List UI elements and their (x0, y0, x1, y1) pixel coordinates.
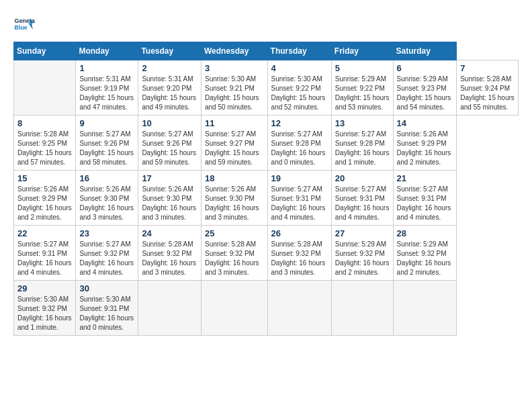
sunset-label: Sunset: 9:21 PM (205, 85, 255, 92)
sunset-label: Sunset: 9:31 PM (17, 250, 67, 257)
day-cell-3: 3 Sunrise: 5:30 AM Sunset: 9:21 PM Dayli… (201, 60, 267, 116)
day-number: 18 (205, 173, 264, 183)
calendar-header-monday: Monday (76, 42, 138, 60)
day-number: 21 (397, 173, 453, 183)
day-cell-2: 2 Sunrise: 5:31 AM Sunset: 9:20 PM Dayli… (138, 60, 202, 116)
day-info: Sunrise: 5:29 AM Sunset: 9:22 PM Dayligh… (335, 75, 390, 112)
daylight-label: Daylight: 16 hours and 4 minutes. (335, 204, 390, 221)
day-cell-24: 24 Sunrise: 5:28 AM Sunset: 9:32 PM Dayl… (138, 226, 202, 281)
sunrise-label: Sunrise: 5:30 AM (17, 295, 69, 303)
day-cell-13: 13 Sunrise: 5:27 AM Sunset: 9:28 PM Dayl… (331, 116, 393, 171)
day-info: Sunrise: 5:27 AM Sunset: 9:31 PM Dayligh… (17, 240, 72, 277)
day-cell-28: 28 Sunrise: 5:29 AM Sunset: 9:32 PM Dayl… (393, 226, 457, 281)
day-info: Sunrise: 5:26 AM Sunset: 9:30 PM Dayligh… (79, 185, 134, 222)
daylight-label: Daylight: 15 hours and 49 minutes. (142, 94, 196, 111)
empty-cell (201, 281, 267, 336)
sunset-label: Sunset: 9:32 PM (79, 250, 129, 257)
sunset-label: Sunset: 9:22 PM (335, 85, 385, 92)
day-cell-9: 9 Sunrise: 5:27 AM Sunset: 9:26 PM Dayli… (76, 116, 138, 171)
daylight-label: Daylight: 16 hours and 4 minutes. (17, 259, 72, 276)
sunrise-label: Sunrise: 5:31 AM (142, 75, 193, 83)
day-number: 6 (397, 63, 453, 73)
sunrise-label: Sunrise: 5:27 AM (205, 130, 256, 138)
day-info: Sunrise: 5:27 AM Sunset: 9:32 PM Dayligh… (79, 240, 134, 277)
calendar-table: SundayMondayTuesdayWednesdayThursdayFrid… (13, 42, 519, 336)
sunrise-label: Sunrise: 5:27 AM (79, 240, 130, 248)
day-info: Sunrise: 5:28 AM Sunset: 9:25 PM Dayligh… (17, 130, 72, 167)
sunrise-label: Sunrise: 5:26 AM (205, 185, 256, 193)
sunset-label: Sunset: 9:31 PM (335, 195, 385, 202)
daylight-label: Daylight: 16 hours and 3 minutes. (79, 204, 134, 221)
sunrise-label: Sunrise: 5:28 AM (142, 240, 193, 248)
sunrise-label: Sunrise: 5:27 AM (335, 185, 386, 193)
calendar-header-tuesday: Tuesday (138, 42, 202, 60)
sunrise-label: Sunrise: 5:26 AM (142, 185, 193, 193)
day-info: Sunrise: 5:26 AM Sunset: 9:29 PM Dayligh… (17, 185, 72, 222)
day-info: Sunrise: 5:27 AM Sunset: 9:31 PM Dayligh… (335, 185, 390, 222)
day-cell-21: 21 Sunrise: 5:27 AM Sunset: 9:31 PM Dayl… (393, 171, 457, 226)
day-number: 30 (79, 283, 134, 293)
day-info: Sunrise: 5:29 AM Sunset: 9:32 PM Dayligh… (397, 240, 453, 277)
day-number: 20 (335, 173, 390, 183)
day-number: 11 (205, 118, 264, 128)
sunrise-label: Sunrise: 5:28 AM (205, 240, 256, 248)
daylight-label: Daylight: 16 hours and 2 minutes. (335, 259, 390, 276)
calendar-week-2: 8 Sunrise: 5:28 AM Sunset: 9:25 PM Dayli… (14, 116, 519, 171)
daylight-label: Daylight: 16 hours and 0 minutes. (271, 149, 326, 166)
day-cell-1: 1 Sunrise: 5:31 AM Sunset: 9:19 PM Dayli… (76, 60, 138, 116)
day-number: 19 (271, 173, 328, 183)
logo-icon: General Blue (13, 13, 35, 35)
day-cell-5: 5 Sunrise: 5:29 AM Sunset: 9:22 PM Dayli… (331, 60, 393, 116)
day-info: Sunrise: 5:31 AM Sunset: 9:19 PM Dayligh… (79, 75, 134, 112)
calendar-week-3: 15 Sunrise: 5:26 AM Sunset: 9:29 PM Dayl… (14, 171, 519, 226)
sunset-label: Sunset: 9:32 PM (205, 250, 255, 257)
sunset-label: Sunset: 9:23 PM (397, 85, 447, 92)
sunrise-label: Sunrise: 5:26 AM (397, 130, 448, 138)
sunset-label: Sunset: 9:22 PM (271, 85, 321, 92)
day-cell-7: 7 Sunrise: 5:28 AM Sunset: 9:24 PM Dayli… (457, 60, 519, 116)
daylight-label: Daylight: 16 hours and 2 minutes. (17, 204, 72, 221)
day-cell-11: 11 Sunrise: 5:27 AM Sunset: 9:27 PM Dayl… (201, 116, 267, 171)
sunset-label: Sunset: 9:30 PM (205, 195, 255, 202)
day-info: Sunrise: 5:27 AM Sunset: 9:31 PM Dayligh… (271, 185, 328, 222)
sunrise-label: Sunrise: 5:26 AM (17, 185, 69, 193)
day-cell-4: 4 Sunrise: 5:30 AM Sunset: 9:22 PM Dayli… (267, 60, 331, 116)
day-number: 9 (79, 118, 134, 128)
daylight-label: Daylight: 16 hours and 0 minutes. (79, 314, 134, 331)
day-info: Sunrise: 5:26 AM Sunset: 9:30 PM Dayligh… (205, 185, 264, 222)
daylight-label: Daylight: 16 hours and 4 minutes. (397, 204, 451, 221)
day-cell-19: 19 Sunrise: 5:27 AM Sunset: 9:31 PM Dayl… (267, 171, 331, 226)
day-info: Sunrise: 5:27 AM Sunset: 9:28 PM Dayligh… (335, 130, 390, 167)
sunrise-label: Sunrise: 5:30 AM (271, 75, 322, 83)
sunset-label: Sunset: 9:20 PM (142, 85, 191, 92)
sunset-label: Sunset: 9:19 PM (79, 85, 129, 92)
sunrise-label: Sunrise: 5:27 AM (79, 130, 130, 138)
day-info: Sunrise: 5:27 AM Sunset: 9:26 PM Dayligh… (142, 130, 197, 167)
day-cell-26: 26 Sunrise: 5:28 AM Sunset: 9:32 PM Dayl… (267, 226, 331, 281)
day-number: 15 (17, 173, 72, 183)
day-number: 13 (335, 118, 390, 128)
sunset-label: Sunset: 9:30 PM (142, 195, 191, 202)
day-cell-10: 10 Sunrise: 5:27 AM Sunset: 9:26 PM Dayl… (138, 116, 202, 171)
empty-cell (267, 281, 331, 336)
day-info: Sunrise: 5:26 AM Sunset: 9:30 PM Dayligh… (142, 185, 197, 222)
day-cell-18: 18 Sunrise: 5:26 AM Sunset: 9:30 PM Dayl… (201, 171, 267, 226)
sunset-label: Sunset: 9:32 PM (397, 250, 447, 257)
daylight-label: Daylight: 15 hours and 55 minutes. (460, 94, 515, 111)
day-number: 23 (79, 228, 134, 238)
daylight-label: Daylight: 16 hours and 4 minutes. (79, 259, 134, 276)
sunrise-label: Sunrise: 5:29 AM (397, 240, 448, 248)
empty-cell (14, 60, 76, 116)
sunrise-label: Sunrise: 5:29 AM (335, 240, 386, 248)
calendar-header-wednesday: Wednesday (201, 42, 267, 60)
sunrise-label: Sunrise: 5:27 AM (271, 185, 322, 193)
sunset-label: Sunset: 9:25 PM (17, 140, 67, 147)
sunrise-label: Sunrise: 5:28 AM (460, 75, 511, 83)
calendar-body: 1 Sunrise: 5:31 AM Sunset: 9:19 PM Dayli… (14, 60, 519, 336)
daylight-label: Daylight: 16 hours and 2 minutes. (397, 259, 451, 276)
day-cell-15: 15 Sunrise: 5:26 AM Sunset: 9:29 PM Dayl… (14, 171, 76, 226)
day-number: 25 (205, 228, 264, 238)
day-cell-16: 16 Sunrise: 5:26 AM Sunset: 9:30 PM Dayl… (76, 171, 138, 226)
day-cell-14: 14 Sunrise: 5:26 AM Sunset: 9:29 PM Dayl… (393, 116, 457, 171)
empty-cell (138, 281, 202, 336)
